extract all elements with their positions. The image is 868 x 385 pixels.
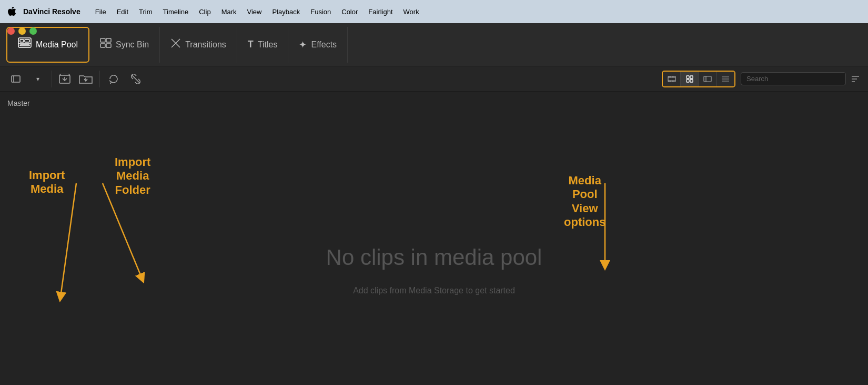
- tab-effects-label: Effects: [311, 40, 337, 50]
- media-pool-icon: [18, 37, 32, 52]
- menu-mark[interactable]: Mark: [216, 0, 242, 23]
- svg-rect-28: [687, 76, 689, 78]
- menubar: DaVinci Resolve File Edit Trim Timeline …: [0, 0, 868, 23]
- tab-transitions[interactable]: Transitions: [160, 27, 237, 63]
- menu-fusion[interactable]: Fusion: [305, 0, 336, 23]
- tab-titles-label: Titles: [258, 40, 278, 50]
- svg-rect-4: [20, 45, 29, 46]
- svg-rect-6: [106, 38, 111, 42]
- transitions-icon: [170, 38, 181, 51]
- view-options-group: [662, 71, 735, 87]
- menu-view[interactable]: View: [242, 0, 267, 23]
- import-media-folder-button[interactable]: [76, 71, 95, 87]
- content-area: Master No clips in media pool Add clips …: [0, 92, 868, 385]
- tab-sync-bin-label: Sync Bin: [116, 40, 149, 50]
- svg-rect-30: [687, 80, 689, 82]
- menu-trim[interactable]: Trim: [134, 0, 158, 23]
- search-input[interactable]: [741, 72, 846, 85]
- add-clips-hint: Add clips from Media Storage to get star…: [353, 286, 515, 295]
- svg-rect-31: [690, 80, 693, 82]
- svg-rect-8: [106, 44, 111, 47]
- view-list-button[interactable]: [716, 72, 734, 86]
- menu-timeline[interactable]: Timeline: [158, 0, 194, 23]
- panel-dropdown-button[interactable]: ▾: [28, 71, 47, 87]
- sort-button[interactable]: [848, 72, 863, 86]
- svg-rect-2: [25, 40, 29, 42]
- panel-toggle-button[interactable]: [6, 71, 25, 87]
- menu-fairlight[interactable]: Fairlight: [363, 0, 398, 23]
- app-name: DaVinci Resolve: [23, 7, 80, 16]
- maximize-button[interactable]: [29, 27, 37, 35]
- view-filmstrip-button[interactable]: [663, 72, 681, 86]
- import-media-button[interactable]: [56, 71, 73, 87]
- menu-edit[interactable]: Edit: [112, 0, 134, 23]
- menu-file[interactable]: File: [90, 0, 112, 23]
- svg-rect-5: [100, 38, 105, 42]
- divider-1: [52, 71, 52, 87]
- apple-menu-icon[interactable]: [6, 6, 18, 17]
- toolbar-right-actions: [662, 71, 863, 87]
- toolbar-left-actions: ▾: [5, 71, 662, 87]
- titles-icon: T: [248, 39, 254, 50]
- svg-rect-32: [704, 76, 711, 82]
- sync-bin-icon: [100, 38, 112, 51]
- svg-line-16: [132, 75, 139, 83]
- refresh-button[interactable]: [104, 71, 123, 87]
- svg-rect-11: [12, 76, 20, 82]
- menu-color[interactable]: Color: [336, 0, 363, 23]
- effects-icon: ✦: [299, 39, 307, 51]
- minimize-button[interactable]: [18, 27, 26, 35]
- view-detail-button[interactable]: [699, 72, 716, 86]
- tab-media-pool-label: Media Pool: [36, 40, 78, 50]
- panel-toolbar: Media Pool Sync Bin Transiti: [0, 23, 868, 66]
- tab-effects[interactable]: ✦ Effects: [288, 27, 348, 63]
- unlink-button[interactable]: [126, 71, 145, 87]
- svg-rect-7: [100, 44, 105, 47]
- divider-2: [99, 71, 100, 87]
- secondary-toolbar: ▾: [0, 66, 868, 92]
- menu-clip[interactable]: Clip: [194, 0, 216, 23]
- tab-sync-bin[interactable]: Sync Bin: [89, 27, 160, 63]
- menu-playback[interactable]: Playback: [267, 0, 305, 23]
- svg-rect-29: [690, 76, 693, 78]
- close-button[interactable]: [7, 27, 15, 35]
- tab-transitions-label: Transitions: [185, 40, 226, 50]
- menu-work[interactable]: Work: [398, 0, 425, 23]
- no-clips-message: No clips in media pool: [326, 245, 542, 270]
- window-controls: [7, 27, 37, 35]
- view-grid-button[interactable]: [681, 72, 699, 86]
- tab-titles[interactable]: T Titles: [237, 27, 289, 63]
- master-label: Master: [7, 99, 30, 107]
- panel-tabs: Media Pool Sync Bin Transiti: [6, 23, 348, 66]
- svg-rect-1: [20, 40, 24, 42]
